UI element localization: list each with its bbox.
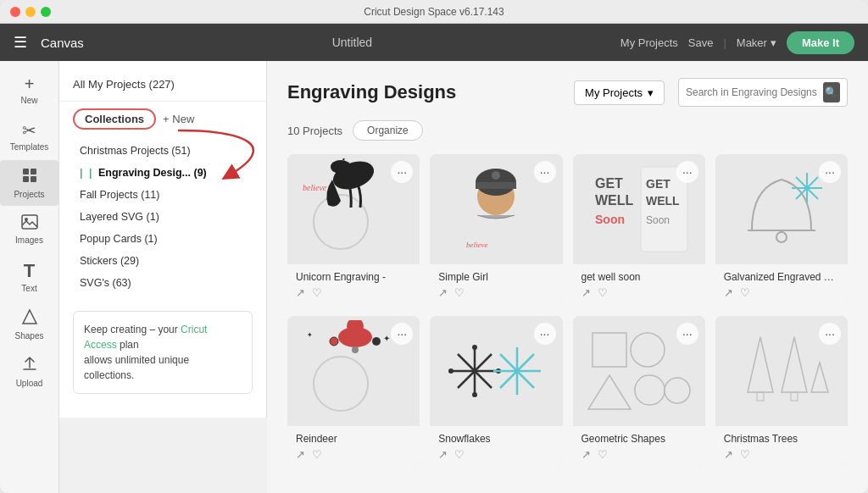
maker-button[interactable]: Maker ▾: [737, 36, 776, 49]
minimize-button[interactable]: [25, 7, 36, 17]
card-image-unicorn: believe ···: [287, 154, 420, 264]
card-menu-button[interactable]: ···: [534, 323, 556, 345]
nav-label-projects: Projects: [14, 190, 44, 199]
share-icon[interactable]: ↗: [581, 448, 591, 461]
share-icon[interactable]: ↗: [296, 448, 305, 461]
card-menu-button[interactable]: ···: [819, 323, 841, 345]
card-info: get well soon ↗ ♡: [573, 264, 705, 306]
card-info: Christmas Trees ↗ ♡: [715, 426, 848, 468]
project-card-girl[interactable]: believe ··· Simple Girl ↗ ♡: [430, 154, 562, 306]
collection-item-svgs[interactable]: SVG's (63): [59, 272, 266, 294]
make-it-button[interactable]: Make It: [787, 31, 854, 54]
svg-rect-2: [23, 176, 29, 182]
page-title: Engraving Designs: [287, 81, 560, 103]
my-projects-button[interactable]: My Projects: [620, 36, 678, 49]
card-info: Reindeer ↗ ♡: [287, 426, 420, 468]
card-title: Simple Girl: [438, 271, 554, 283]
collection-item-popup[interactable]: Popup Cards (1): [59, 228, 266, 250]
card-title: Reindeer: [296, 433, 411, 445]
maker-label: Maker: [737, 36, 767, 49]
project-card-trees[interactable]: ··· Christmas Trees ↗ ♡: [715, 316, 848, 468]
project-card-reindeer[interactable]: ✦ ✦ ··· Reindeer ↗ ♡: [287, 316, 420, 468]
collection-item-engraving[interactable]: | Engraving Desig... (9): [59, 162, 266, 184]
shapes-icon: [21, 308, 38, 330]
save-button[interactable]: Save: [688, 36, 714, 49]
all-projects-item[interactable]: All My Projects (227): [59, 71, 266, 102]
active-indicator: |: [89, 167, 92, 179]
heart-icon[interactable]: ♡: [598, 448, 608, 461]
filter-dropdown[interactable]: My Projects ▾: [574, 80, 665, 105]
projects-grid: believe ··· Unicorn Engraving - ↗ ♡: [287, 154, 848, 468]
card-actions: ↗ ♡: [581, 448, 697, 461]
nav-item-images[interactable]: Images: [0, 208, 58, 252]
share-icon[interactable]: ↗: [438, 448, 448, 461]
maximize-button[interactable]: [41, 7, 51, 17]
title-bar: Cricut Design Space v6.17.143: [0, 0, 868, 24]
share-icon[interactable]: ↗: [438, 286, 448, 299]
nav-item-new[interactable]: + New: [0, 68, 58, 112]
heart-icon[interactable]: ♡: [598, 286, 608, 299]
card-menu-button[interactable]: ···: [676, 323, 698, 345]
toolbar-center: Untitled: [94, 36, 610, 49]
heart-icon[interactable]: ♡: [312, 448, 322, 461]
project-card-geometric[interactable]: ··· Geometric Shapes ↗ ♡: [573, 316, 705, 468]
heart-icon[interactable]: ♡: [740, 286, 750, 299]
card-info: Simple Girl ↗ ♡: [430, 264, 562, 306]
close-button[interactable]: [10, 7, 20, 17]
svg-rect-57: [791, 392, 798, 401]
heart-icon[interactable]: ♡: [312, 286, 322, 299]
nav-label-images: Images: [15, 235, 43, 245]
collection-item-layered[interactable]: Layered SVG (1): [59, 206, 266, 228]
organize-button[interactable]: Organize: [353, 120, 423, 141]
card-info: Galvanized Engraved Christ... ↗ ♡: [715, 264, 848, 306]
svg-line-10: [343, 158, 347, 160]
nav-item-shapes[interactable]: Shapes: [0, 302, 58, 347]
svg-text:believe: believe: [303, 183, 327, 192]
collections-badge[interactable]: Collections: [73, 108, 156, 130]
project-card-unicorn[interactable]: believe ··· Unicorn Engraving - ↗ ♡: [287, 154, 420, 306]
share-icon[interactable]: ↗: [724, 448, 733, 461]
collection-item-christmas[interactable]: Christmas Projects (51): [59, 140, 266, 162]
project-card-getwellsoon[interactable]: GET WELL Soon GET WELL Soon ··· get well…: [573, 154, 705, 306]
svg-marker-56: [782, 337, 807, 392]
svg-marker-51: [588, 375, 631, 409]
svg-text:GET: GET: [646, 177, 670, 191]
card-actions: ↗ ♡: [438, 448, 554, 461]
collection-item-fall[interactable]: Fall Projects (11): [59, 184, 266, 206]
project-card-galvanized[interactable]: ··· Galvanized Engraved Christ... ↗ ♡: [715, 154, 848, 306]
nav-item-text[interactable]: T Text: [0, 253, 58, 300]
card-menu-button[interactable]: ···: [534, 161, 556, 183]
share-icon[interactable]: ↗: [724, 286, 733, 299]
svg-text:GET: GET: [595, 176, 623, 191]
chevron-down-icon: ▾: [771, 36, 776, 49]
sidebar: All My Projects (227) Collections + New …: [59, 61, 267, 418]
nav-label-new: New: [20, 96, 37, 105]
card-menu-button[interactable]: ···: [676, 161, 698, 183]
share-icon[interactable]: ↗: [581, 286, 591, 299]
heart-icon[interactable]: ♡: [454, 286, 465, 299]
search-button[interactable]: 🔍: [823, 82, 841, 102]
new-collection-button[interactable]: + New: [163, 113, 194, 125]
card-menu-button[interactable]: ···: [819, 161, 841, 183]
canvas-label: Canvas: [41, 36, 84, 50]
collection-items: Christmas Projects (51) | Engraving Desi…: [59, 136, 266, 297]
search-input[interactable]: [686, 86, 818, 98]
card-image-snowflakes: ···: [430, 316, 562, 426]
share-icon[interactable]: ↗: [296, 286, 305, 299]
heart-icon[interactable]: ♡: [454, 448, 465, 461]
svg-point-53: [665, 378, 690, 403]
heart-icon[interactable]: ♡: [740, 448, 750, 461]
card-info: Unicorn Engraving - ↗ ♡: [287, 264, 420, 306]
nav-item-projects[interactable]: Projects: [0, 160, 58, 206]
nav-item-templates[interactable]: ✂ Templates: [0, 114, 58, 158]
card-image-geometric: ···: [573, 316, 705, 426]
card-actions: ↗ ♡: [296, 448, 411, 461]
svg-rect-49: [593, 333, 626, 367]
collection-item-stickers[interactable]: Stickers (29): [59, 250, 266, 272]
project-card-snowflakes[interactable]: ··· Snowflakes ↗ ♡: [430, 316, 562, 468]
card-image-galvanized: ···: [715, 154, 848, 264]
svg-rect-0: [23, 169, 29, 174]
nav-item-upload[interactable]: Upload: [0, 349, 58, 395]
hamburger-icon[interactable]: ☰: [14, 33, 27, 52]
main-content: Engraving Designs My Projects ▾ 🔍 10 Pro…: [267, 61, 868, 493]
